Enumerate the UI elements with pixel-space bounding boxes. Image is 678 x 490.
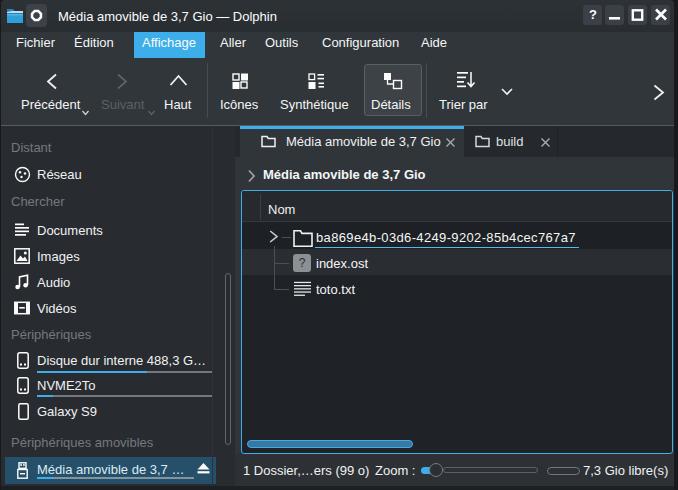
svg-text:?: ? [589, 8, 597, 22]
